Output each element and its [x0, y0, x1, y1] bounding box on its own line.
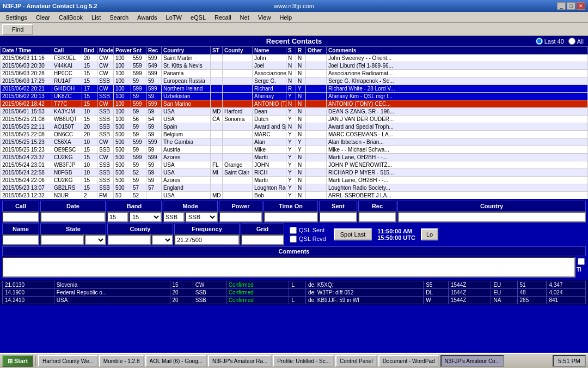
- state-input[interactable]: [40, 234, 84, 245]
- lo-area: Lo: [419, 224, 440, 245]
- call-cell: Call: [2, 201, 39, 222]
- timeon-cell: Time On: [264, 201, 318, 222]
- lo-button[interactable]: Lo: [421, 228, 438, 240]
- menu-list[interactable]: List: [87, 13, 105, 22]
- taskbar-btn-4[interactable]: Profile: Untitled - Sc...: [273, 355, 334, 367]
- table-row[interactable]: 2015/05/25 15:23C56XA10CW500599599The Ga…: [1, 138, 588, 146]
- toolbar: Find: [0, 23, 588, 36]
- band-select[interactable]: 15: [129, 212, 162, 222]
- power-input[interactable]: [219, 212, 262, 222]
- table-row[interactable]: 2015/05/25 22:08ON6CC20SSB5005959Belgium…: [1, 131, 588, 138]
- date-input[interactable]: [40, 212, 106, 222]
- taskbar-clock: 5:51 PM: [553, 355, 586, 367]
- col-name: Name: [253, 47, 286, 55]
- menu-view[interactable]: View: [254, 13, 275, 22]
- last40-option[interactable]: Last 40: [536, 38, 564, 45]
- menu-lotw[interactable]: LoTW: [162, 13, 186, 22]
- table-row[interactable]: 2015/05/24 22:58N8FGB10SSB5005259USAMISa…: [1, 169, 588, 177]
- table-row[interactable]: 2015/05/24 23:01WB3FJP10SSB5005959USAFLO…: [1, 161, 588, 169]
- minimize-button[interactable]: _: [557, 2, 566, 10]
- taskbar-btn-1[interactable]: Mumble - 1.2.8: [99, 355, 144, 367]
- qsl-rcvd-label[interactable]: QSL Rcvd: [290, 236, 326, 243]
- name-input[interactable]: [2, 234, 39, 245]
- table-row[interactable]: 2015/05/24 22:06CU2KG15SSB5005959AzoresM…: [1, 177, 588, 184]
- qsl-sent-checkbox[interactable]: [290, 227, 297, 234]
- table-row[interactable]: 2015/05/25 21:08WB6UQT15SSB1005654USACAS…: [1, 116, 588, 123]
- taskbar-btn-7[interactable]: N3FJP's Amateur Co...: [440, 355, 504, 367]
- table-row[interactable]: 2015/06/02 18:42T77C15CW100599599San Mar…: [1, 100, 588, 108]
- menu-help[interactable]: Help: [275, 13, 296, 22]
- menu-search[interactable]: Search: [105, 13, 133, 22]
- find-button[interactable]: Find: [2, 24, 33, 35]
- table-row[interactable]: 2015/05/23 13:07GB2LRS15SSB5005757Englan…: [1, 184, 588, 192]
- close-button[interactable]: ✕: [577, 2, 585, 10]
- date-cell: Date: [40, 201, 106, 222]
- taskbar-btn-2[interactable]: AOL Mail (6) - Goog...: [145, 355, 207, 367]
- menu-eqsl[interactable]: eQSL: [186, 13, 210, 22]
- maximize-button[interactable]: □: [567, 2, 575, 10]
- country-label: Country: [397, 201, 586, 212]
- menu-clear[interactable]: Clear: [32, 13, 54, 22]
- start-button[interactable]: ⊞ Start: [2, 355, 33, 367]
- col-country: Country: [162, 47, 211, 55]
- comments-checkbox[interactable]: [578, 258, 585, 265]
- mode-select[interactable]: SSB: [185, 212, 218, 222]
- comments-input[interactable]: [2, 257, 575, 277]
- state-select[interactable]: [84, 234, 106, 245]
- sent-input[interactable]: [319, 212, 357, 222]
- contacts-table: Date / Time Call Bnd Mode Power Snt Rec …: [0, 46, 588, 199]
- call-input[interactable]: [2, 212, 39, 222]
- country-input[interactable]: [397, 212, 586, 222]
- ti-label: Ti: [577, 267, 586, 273]
- table-row[interactable]: 2015/05/25 22:11AO150T20SSB5005959SpainA…: [1, 123, 588, 131]
- menu-callbook[interactable]: CallBook: [54, 13, 87, 22]
- col-comments: Comments: [327, 47, 588, 55]
- grid-input[interactable]: [241, 234, 284, 245]
- county-select[interactable]: [151, 234, 173, 245]
- band-cell: Band 15: [107, 201, 162, 222]
- grid-label: Grid: [241, 224, 284, 234]
- taskbar: ⊞ Start Harford County We... Mumble - 1.…: [0, 353, 588, 368]
- taskbar-btn-5[interactable]: Control Panel: [335, 355, 377, 367]
- band-label: Band: [107, 201, 162, 212]
- table-row[interactable]: 2015/06/03 20:28HP0CC15CW100599599Panama…: [1, 70, 588, 77]
- spot-last-button[interactable]: Spot Last: [334, 228, 372, 240]
- table-row[interactable]: 2015/06/03 11:16FS/K9EL20CW100559599Sain…: [1, 55, 588, 62]
- menu-net[interactable]: Net: [236, 13, 254, 22]
- table-row[interactable]: 2015/06/02 20:21GI4DOH17CW100599599North…: [1, 85, 588, 93]
- time-am: 11:50:00 AM: [377, 228, 415, 234]
- qsl-sent-label[interactable]: QSL Sent: [290, 227, 326, 234]
- bottom-spots-table: 21.0130Slovenia15CWConfirmedLde: K5XQ:S5…: [2, 281, 586, 304]
- freq-cell: Frequency: [174, 224, 240, 245]
- all-option[interactable]: All: [568, 38, 584, 45]
- bottom-row: 21.0130Slovenia15CWConfirmedLde: K5XQ:S5…: [3, 281, 586, 289]
- state-cell: State: [40, 224, 106, 245]
- form-row1: Call Date Band 15 Mode SSB Power Time: [2, 201, 586, 222]
- col-power: Power: [114, 47, 131, 55]
- taskbar-btn-3[interactable]: N3FJP's Amateur Ra...: [208, 355, 272, 367]
- qsl-rcvd-checkbox[interactable]: [290, 236, 297, 243]
- freq-input[interactable]: [174, 234, 240, 245]
- table-row[interactable]: 2015/06/02 20:13UK8ZC15SSB1005959Uzbekis…: [1, 93, 588, 100]
- menu-awards[interactable]: Awards: [133, 13, 161, 22]
- taskbar-btn-6[interactable]: Document - WordPad: [378, 355, 439, 367]
- table-row[interactable]: 2015/06/03 17:29RU1AF15SSB1005959Europea…: [1, 77, 588, 85]
- table-row[interactable]: 2015/05/25 15:23OE9ESC15SSB5005959Austri…: [1, 146, 588, 154]
- timeon-input[interactable]: [264, 212, 318, 222]
- table-row[interactable]: 2015/05/23 12:32N3UR2FM5052USAMDBobYNARR…: [1, 192, 588, 200]
- table-row[interactable]: 2015/05/24 23:37CU2KG15CW500599599Azores…: [1, 154, 588, 161]
- rec-input[interactable]: [358, 212, 396, 222]
- mode-label: Mode: [163, 201, 218, 212]
- table-row[interactable]: 2015/06/03 20:30V44KAI15CW100559549St. K…: [1, 62, 588, 70]
- menu-settings[interactable]: Settings: [1, 13, 32, 22]
- col-s: S: [286, 47, 296, 55]
- band-input[interactable]: [107, 212, 128, 222]
- time-utc: 15:50:00 UTC: [377, 234, 415, 241]
- menu-recall[interactable]: Recall: [210, 13, 236, 22]
- state-label: State: [40, 224, 106, 234]
- county-input[interactable]: [107, 234, 151, 245]
- mode-input[interactable]: [163, 212, 185, 222]
- col-mode: Mode: [97, 47, 114, 55]
- taskbar-btn-0[interactable]: Harford County We...: [38, 355, 98, 367]
- table-row[interactable]: 2015/06/01 15:53KA3YJM10SSB1005959USAMDH…: [1, 108, 588, 116]
